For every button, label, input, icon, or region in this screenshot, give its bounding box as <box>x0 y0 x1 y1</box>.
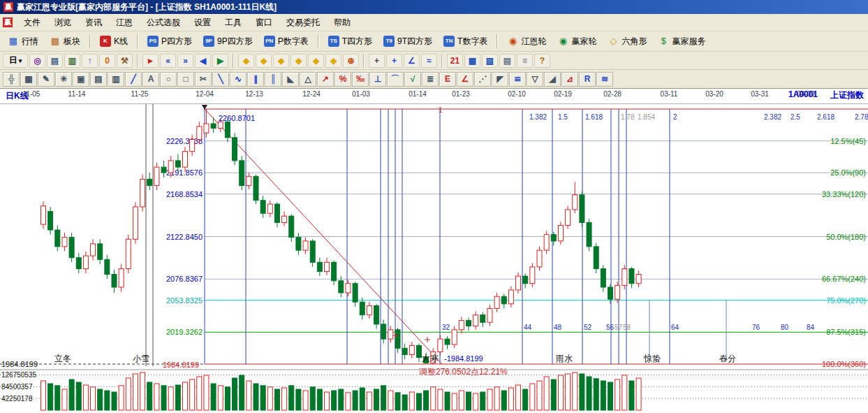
toolbar-kline-button[interactable]: KK线 <box>95 33 133 50</box>
toolbar-grid-panel-button[interactable]: ▦ <box>464 54 480 68</box>
toolbar-stats-button[interactable]: ▥ <box>64 54 80 68</box>
toolbar-winner-service-button[interactable]: $赢家服务 <box>653 33 710 50</box>
toolbar-last-page-button[interactable]: » <box>177 54 193 68</box>
toolbar-next-page-button[interactable]: ▶ <box>212 54 228 68</box>
menu-item-gann[interactable]: 江恩 <box>109 15 140 31</box>
price-level-label: 2053.8325 <box>166 296 203 305</box>
toolbar-star-tool-button[interactable]: ✳ <box>55 72 72 87</box>
toolbar-congruent-tool-button[interactable]: ≌ <box>509 72 526 87</box>
date-tick: 03-11 <box>661 90 678 98</box>
toolbar-hexagon-button[interactable]: ◇六角形 <box>603 33 652 50</box>
candle-body <box>636 275 641 284</box>
toolbar-page-button[interactable]: ▤ <box>47 54 63 68</box>
menu-item-trade-order[interactable]: 交易委托 <box>279 15 327 31</box>
toolbar-help-button[interactable]: ? <box>534 54 550 68</box>
toolbar-document-button[interactable]: ▤ <box>499 54 515 68</box>
toolbar-grid-cross-tool-button[interactable]: ╬ <box>3 72 20 87</box>
toolbar-columns-tool-button[interactable]: ▥ <box>108 72 124 87</box>
percent-tool-icon: % <box>339 74 347 84</box>
toolbar-dots-tool-button[interactable]: ⋰ <box>474 72 491 87</box>
toolbar-triangle-tool-button[interactable]: △ <box>300 72 316 87</box>
toolbar-trend-line-tool-button[interactable]: ╱ <box>125 72 142 87</box>
toolbar-pencil-tool-button[interactable]: ✎ <box>38 72 54 87</box>
toolbar-calendar-21-button[interactable]: 21 <box>447 54 463 68</box>
toolbar-corner-tl-tool-button[interactable]: ◤ <box>492 72 508 87</box>
toolbar-gann-arc-button[interactable]: ◆ <box>308 54 324 68</box>
toolbar-gann-wheel-button[interactable]: ◉江恩轮 <box>502 33 551 50</box>
toolbar-resistance-tool-button[interactable]: R <box>579 72 596 87</box>
toolbar-first-page-button[interactable]: « <box>160 54 176 68</box>
toolbar-perpendicular-tool-button[interactable]: ⊥ <box>369 72 386 87</box>
toolbar-grid-tool-button[interactable]: ▦ <box>20 72 37 87</box>
toolbar-layers-button[interactable]: ≡ <box>517 54 533 68</box>
toolbar-target-button[interactable]: ⊕ <box>343 54 359 68</box>
toolbar-wave-line-tool-button[interactable]: ∿ <box>230 72 247 87</box>
toolbar-sectors-button[interactable]: ▩板块 <box>45 33 85 50</box>
menu-item-browse[interactable]: 浏览 <box>47 15 78 31</box>
toolbar-p-square-button[interactable]: PSP四方形 <box>142 33 197 50</box>
menu-item-settings[interactable]: 设置 <box>187 15 218 31</box>
candle-body <box>452 330 457 345</box>
toolbar-e-percent-tool-button[interactable]: E <box>439 72 456 87</box>
volume-bar <box>225 387 230 410</box>
toolbar-rows-tool-button[interactable]: ≣ <box>422 72 439 87</box>
toolbar-crosshair-button[interactable]: + <box>386 54 402 68</box>
toolbar-t-square-button[interactable]: TST四方形 <box>323 33 377 50</box>
toolbar-rect-tool-button[interactable]: □ <box>177 72 194 87</box>
candle-body <box>353 284 358 302</box>
menu-item-news[interactable]: 资讯 <box>78 15 109 31</box>
toolbar-wave-button[interactable]: ≈ <box>421 54 437 68</box>
toolbar-percent-tool-button[interactable]: % <box>334 72 351 87</box>
toolbar-card-tool-button[interactable]: ▤ <box>90 72 107 87</box>
toolbar-report-button[interactable]: ▧ <box>482 54 498 68</box>
toolbar-waves-tool-button[interactable]: ≋ <box>596 72 613 87</box>
toolbar-angle-measure-tool-button[interactable]: ∠ <box>457 72 473 87</box>
toolbar-gann-grid-button[interactable]: ◆ <box>273 54 289 68</box>
toolbar-text-tool-button[interactable]: A <box>142 72 159 87</box>
toolbar-gann-fan-button[interactable]: ◆ <box>256 54 272 68</box>
toolbar-gann-cycle-button[interactable]: ◆ <box>325 54 341 68</box>
toolbar-zero-axis-button[interactable]: 0 <box>99 54 115 68</box>
toolbar-quotes-button[interactable]: ▦行情 <box>3 33 43 50</box>
toolbar-right-triangle-tool-button[interactable]: ⊿ <box>561 72 578 87</box>
toolbar-box-tool-button[interactable]: ▣ <box>73 72 89 87</box>
toolbar-t-number-table-button[interactable]: TNT数字表 <box>439 33 492 50</box>
menu-item-tools[interactable]: 工具 <box>218 15 249 31</box>
toolbar-corner-tool-button[interactable]: ◣ <box>282 72 299 87</box>
toolbar-winner-wheel-button[interactable]: ◉赢家轮 <box>552 33 601 50</box>
volume-bar <box>480 392 485 410</box>
toolbar-play-button[interactable]: ► <box>142 54 159 68</box>
menu-item-window[interactable]: 窗口 <box>249 15 279 31</box>
toolbar-pan-hand-button[interactable]: + <box>369 54 385 68</box>
toolbar-scissors-tool-button[interactable]: ✂ <box>195 72 212 87</box>
toolbar-hammer-button[interactable]: ⚒ <box>117 54 133 68</box>
toolbar-down-line-tool-button[interactable]: ╲ <box>212 72 229 87</box>
toolbar-gann-box-button[interactable]: ◆ <box>290 54 307 68</box>
toolbar-gann-web-button[interactable]: ◎ <box>29 54 45 68</box>
toolbar-prev-page-button[interactable]: ◀ <box>195 54 211 68</box>
toolbar-ellipse-tool-button[interactable]: ○ <box>160 72 177 87</box>
toolbar-arrow-line-tool-button[interactable]: ↗ <box>317 72 334 87</box>
toolbar-up-arrow-button[interactable]: ↑ <box>82 54 98 68</box>
toolbar-9p-square-button[interactable]: 9P9P四方形 <box>198 33 258 50</box>
quotes-icon: ▦ <box>8 36 19 47</box>
toolbar-period-day-dropdown-button[interactable]: 日▾ <box>3 54 28 68</box>
toolbar-angle-button[interactable]: ∠ <box>404 54 420 68</box>
menu-item-file[interactable]: 文件 <box>17 15 47 31</box>
candle-body <box>558 225 563 240</box>
toolbar-separator <box>233 54 234 68</box>
toolbar-arc-tool-button[interactable]: ⌒ <box>387 72 404 87</box>
toolbar-vertical-lines-tool-button[interactable]: ║ <box>265 72 281 87</box>
toolbar-check-tool-button[interactable]: √ <box>404 72 421 87</box>
menu-item-help[interactable]: 帮助 <box>327 15 358 31</box>
toolbar-triangle-down-tool-button[interactable]: ▽ <box>527 72 543 87</box>
toolbar-p-number-table-button[interactable]: PNP数字表 <box>259 33 314 50</box>
toolbar-9t-square-button[interactable]: T99T四方形 <box>378 33 437 50</box>
date-tick: 11-25 <box>131 90 149 98</box>
toolbar-parallel-lines-tool-button[interactable]: ∥ <box>247 72 264 87</box>
toolbar-gann-square-button[interactable]: ◆ <box>238 54 254 68</box>
kline-chart-canvas[interactable]: 2226.363812.5%(45)2191.857625.0%(90)2168… <box>0 104 868 413</box>
menu-item-formula-select[interactable]: 公式选股 <box>140 15 187 31</box>
toolbar-corner-br-tool-button[interactable]: ◢ <box>544 72 561 87</box>
toolbar-permille-tool-button[interactable]: ‰ <box>352 72 369 87</box>
